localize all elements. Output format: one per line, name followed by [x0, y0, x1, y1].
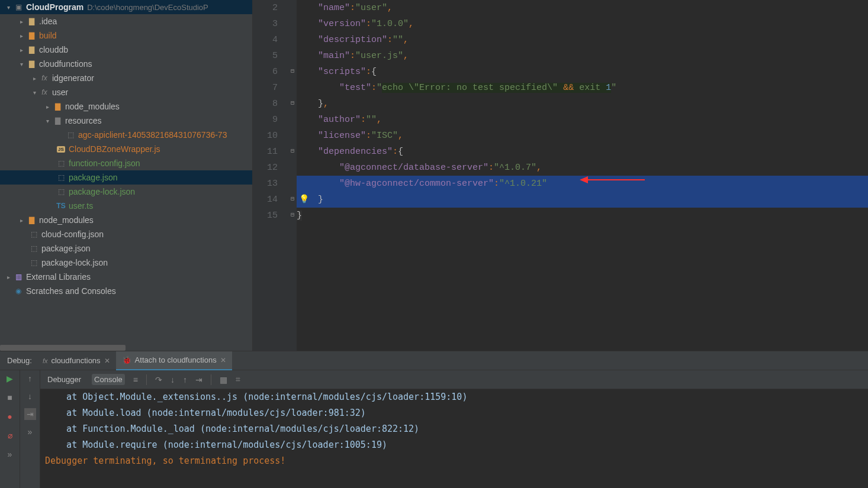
project-name: CloudProgram — [26, 2, 83, 12]
more-button[interactable]: » — [4, 448, 16, 460]
tree-item-package-json[interactable]: ⬚ package.json — [0, 170, 252, 185]
library-icon: ▥ — [13, 273, 24, 281]
fold-column[interactable]: ⊟ ⊟ ⊟ ⊟ ⊟ — [288, 0, 297, 351]
debug-tab-cloudfunctions[interactable]: fx cloudfunctions ✕ — [37, 351, 116, 370]
chevron-down-icon: ▾ — [17, 61, 26, 67]
tree-item-build[interactable]: ▸ ▇ build — [0, 28, 252, 43]
tree-item-user[interactable]: ▾ fx user — [0, 85, 252, 99]
chevron-down-icon: ▾ — [4, 4, 13, 11]
project-path: D:\code\hongmeng\DevEcoStudioP — [87, 3, 208, 12]
project-tree-sidebar[interactable]: ▾ ▣ CloudProgramD:\code\hongmeng\DevEcoS… — [0, 0, 253, 351]
tree-item-idgenerator[interactable]: ▸ fx idgenerator — [0, 71, 252, 85]
tree-item-node-modules[interactable]: ▸ ▇ node_modules — [0, 99, 252, 114]
scroll-up-button[interactable]: ↑ — [24, 373, 36, 384]
console-output[interactable]: at Object.Module._extensions..js (node:i… — [40, 389, 868, 488]
tree-item-function-config[interactable]: ⬚ function-config.json — [0, 156, 252, 170]
svg-marker-1 — [580, 176, 588, 183]
folder-icon: ▇ — [52, 117, 63, 125]
resume-button[interactable]: ▶ — [4, 373, 16, 384]
debug-panel: Debug: fx cloudfunctions ✕ 🐞 Attach to c… — [0, 351, 868, 488]
json-icon: ⬚ — [65, 131, 76, 139]
json-icon: ⬚ — [56, 173, 66, 182]
scroll-down-button[interactable]: ↓ — [24, 390, 36, 402]
code-editor[interactable]: 2 3 4 5 6 7 8 9 10 11 12 13 14 15 ⊟ ⊟ ⊟ … — [253, 0, 868, 351]
chevron-down-icon: ▾ — [43, 118, 52, 124]
tree-item-root-node-modules[interactable]: ▸ ▇ node_modules — [0, 213, 252, 227]
tree-item-package-lock[interactable]: ⬚ package-lock.json — [0, 185, 252, 199]
fold-open-icon[interactable]: ⊟ — [288, 147, 297, 154]
step-out-icon[interactable]: ↑ — [183, 375, 187, 384]
stop-button[interactable]: ■ — [4, 392, 16, 403]
folder-icon: ▇ — [26, 31, 37, 40]
tree-item-scratches[interactable]: ◉ Scratches and Consoles — [0, 284, 252, 298]
debug-nav-bar: ↑ ↓ ⇥ » — [20, 370, 40, 488]
breakpoint-button[interactable]: ● — [4, 411, 16, 422]
tree-item-resources[interactable]: ▾ ▇ resources — [0, 114, 252, 128]
run-to-cursor-icon[interactable]: ⇥ — [195, 375, 202, 384]
json-icon: ⬚ — [28, 230, 39, 238]
tree-item-root-package-lock[interactable]: ⬚ package-lock.json — [0, 256, 252, 270]
tree-project-root[interactable]: ▾ ▣ CloudProgramD:\code\hongmeng\DevEcoS… — [0, 0, 252, 14]
folder-icon: ▇ — [26, 46, 37, 54]
wrap-button[interactable]: ⇥ — [24, 408, 36, 420]
tree-item-clouddbwrapper[interactable]: JS CloudDBZoneWrapper.js — [0, 142, 252, 156]
annotation-arrow — [580, 174, 645, 186]
tree-item-cloudfunctions[interactable]: ▾ ▇ cloudfunctions — [0, 57, 252, 71]
step-into-icon[interactable]: ↓ — [171, 375, 175, 384]
js-icon: JS — [56, 146, 66, 153]
fold-close-icon[interactable]: ⊟ — [288, 99, 297, 106]
evaluate-icon[interactable]: ▦ — [220, 375, 227, 384]
chevron-right-icon: ▸ — [17, 47, 26, 53]
fold-close-icon[interactable]: ⊟ — [288, 211, 297, 218]
scratches-icon: ◉ — [13, 287, 24, 295]
chevron-right-icon: ▸ — [43, 104, 52, 110]
horizontal-scrollbar[interactable] — [0, 345, 126, 351]
console-line: at Module.load (node:internal/modules/cj… — [45, 405, 868, 421]
tree-item-user-ts[interactable]: TS user.ts — [0, 199, 252, 213]
bug-icon: 🐞 — [122, 356, 131, 364]
mute-breakpoints-button[interactable]: ⌀ — [4, 429, 16, 441]
tree-item-agc-apiclient[interactable]: ⬚ agc-apiclient-1405382168431076736-73 — [0, 128, 252, 142]
step-over-icon[interactable]: ↷ — [155, 375, 162, 384]
fold-open-icon[interactable]: ⊟ — [288, 67, 297, 75]
debug-toolbar: Debugger Console ≡ ↷ ↓ ↑ ⇥ ▦ ⌗ — [40, 370, 868, 389]
debug-tab-attach[interactable]: 🐞 Attach to cloudfunctions ✕ — [116, 351, 232, 370]
fold-close-icon[interactable]: ⊟ — [288, 195, 297, 202]
console-error-line: Debugger terminating, so terminating pro… — [45, 453, 868, 469]
more-button[interactable]: » — [24, 426, 36, 438]
debug-label: Debug: — [2, 356, 37, 365]
fx-icon: fx — [43, 357, 48, 364]
close-icon[interactable]: ✕ — [220, 356, 226, 364]
json-icon: ⬚ — [28, 244, 39, 253]
debugger-tab[interactable]: Debugger — [45, 374, 83, 385]
line-number-gutter: 2 3 4 5 6 7 8 9 10 11 12 13 14 15 — [253, 0, 288, 351]
json-icon: ⬚ — [56, 159, 66, 167]
settings-icon[interactable]: ⌗ — [236, 374, 240, 384]
project-icon: ▣ — [13, 3, 24, 11]
debug-action-bar: ▶ ■ ● ⌀ » — [0, 370, 20, 488]
console-tab[interactable]: Console — [92, 374, 125, 385]
ts-icon: TS — [56, 202, 66, 210]
chevron-right-icon: ▸ — [17, 33, 26, 39]
chevron-right-icon: ▸ — [30, 75, 39, 82]
tree-item-cloud-config[interactable]: ⬚ cloud-config.json — [0, 227, 252, 241]
close-icon[interactable]: ✕ — [104, 357, 110, 365]
chevron-right-icon: ▸ — [4, 274, 13, 280]
json-icon: ⬚ — [56, 188, 66, 196]
folder-icon: ▇ — [26, 17, 37, 25]
console-line: at Object.Module._extensions..js (node:i… — [45, 389, 868, 405]
tree-item-idea[interactable]: ▸ ▇ .idea — [0, 14, 252, 28]
filter-icon[interactable]: ≡ — [133, 375, 138, 384]
tree-item-root-package[interactable]: ⬚ package.json — [0, 241, 252, 256]
fx-icon: fx — [39, 74, 50, 82]
tree-item-clouddb[interactable]: ▸ ▇ clouddb — [0, 43, 252, 57]
folder-icon: ▇ — [26, 216, 37, 224]
folder-icon: ▇ — [26, 60, 37, 68]
folder-icon: ▇ — [52, 102, 63, 111]
fx-icon: fx — [39, 88, 50, 96]
json-icon: ⬚ — [28, 258, 39, 267]
chevron-right-icon: ▸ — [17, 18, 26, 25]
tree-item-external-libraries[interactable]: ▸ ▥ External Libraries — [0, 270, 252, 284]
console-line: at Function.Module._load (node:internal/… — [45, 421, 868, 437]
console-line: at Module.require (node:internal/modules… — [45, 437, 868, 453]
